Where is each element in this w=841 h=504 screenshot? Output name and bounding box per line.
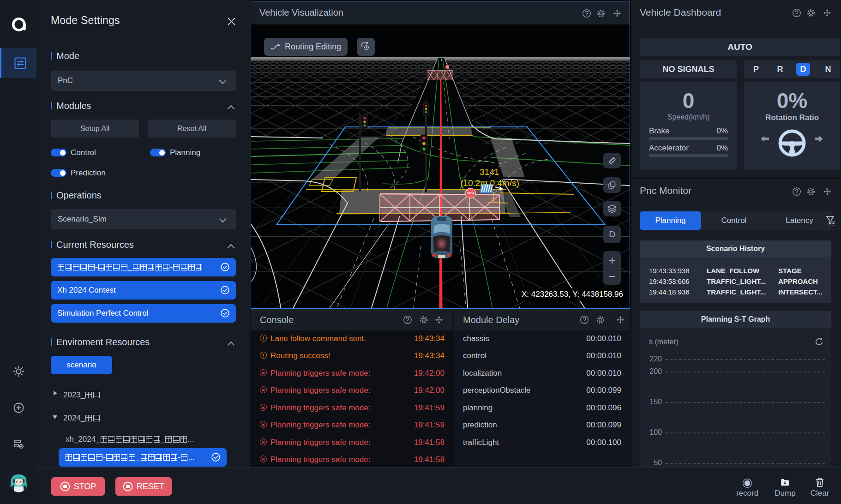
svg-text:STOP: STOP [467,192,474,195]
svg-text:3141: 3141 [480,167,499,177]
svg-text:(10.2m 0.4m/s): (10.2m 0.4m/s) [460,178,519,188]
